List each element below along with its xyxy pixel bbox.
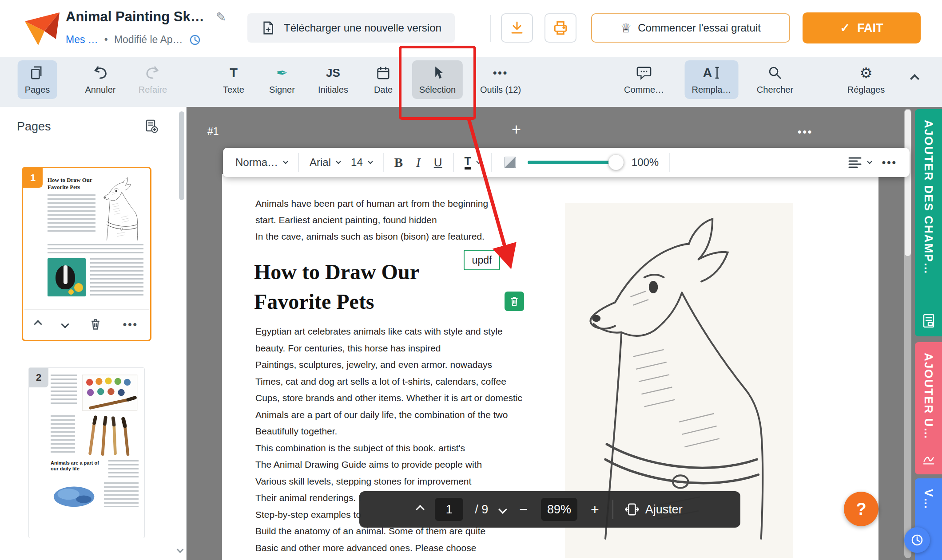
zoom-in-button[interactable]: + — [589, 501, 601, 518]
page-thumbnail-2[interactable]: 2 — [28, 367, 145, 538]
upload-new-version-label: Télécharger une nouvelle version — [284, 22, 441, 34]
previous-page-button[interactable] — [416, 505, 425, 514]
pages-sidebar: Pages 1 How to Draw Our Favorite Pets — [0, 107, 187, 560]
zoom-out-button[interactable]: − — [517, 501, 529, 518]
start-free-trial-button[interactable]: ♕ Commencer l'essai gratuit — [591, 13, 790, 43]
thumbnail-controls: ••• — [24, 309, 149, 339]
fit-page-label: Ajuster — [645, 503, 683, 517]
updf-logo[interactable] — [20, 7, 63, 50]
move-page-down-button[interactable] — [61, 320, 69, 328]
done-button[interactable]: ✓ FAIT — [803, 12, 921, 43]
print-button[interactable] — [545, 13, 576, 43]
comment-bubble-icon — [636, 64, 652, 81]
undo-icon — [92, 64, 108, 81]
header-divider — [490, 15, 491, 42]
page-more-button[interactable]: ••• — [123, 318, 138, 331]
opacity-slider-knob[interactable] — [608, 155, 624, 170]
tool-pages[interactable]: Pages — [18, 60, 57, 99]
document-title: Animal Painting Sk… — [66, 9, 204, 25]
history-sync-button[interactable] — [904, 527, 930, 553]
fit-page-button[interactable]: Ajuster — [625, 502, 683, 517]
tool-initials[interactable]: JS Initiales — [311, 60, 355, 99]
alignment-dropdown[interactable] — [848, 156, 871, 169]
inserted-text-field[interactable]: updf — [464, 250, 500, 270]
help-button[interactable]: ? — [844, 492, 878, 526]
bold-button[interactable]: B — [394, 155, 403, 170]
calendar-icon — [376, 64, 391, 81]
thumbnail-painting — [51, 482, 99, 510]
thumbnail-heading: How to Draw Our Favorite Pets — [48, 177, 96, 191]
main-toolbar: Pages Annuler Refaire T Texte ✒ Signer J… — [0, 57, 942, 107]
thumbnail-preview: How to Draw Our Favorite Pets — [24, 170, 149, 308]
next-page-button[interactable] — [498, 505, 507, 514]
thumbnail-palette — [82, 375, 138, 411]
italic-button[interactable]: I — [413, 155, 423, 170]
more-tools-icon: ••• — [493, 64, 508, 81]
signature-icon — [922, 452, 936, 466]
done-label: FAIT — [857, 21, 883, 35]
thumbnail-photo — [48, 258, 86, 296]
zoom-level-box[interactable]: 89% — [541, 498, 577, 521]
tool-sign[interactable]: ✒ Signer — [262, 60, 302, 99]
underline-button[interactable]: U — [434, 156, 442, 170]
current-page-box[interactable]: 1 — [435, 498, 463, 521]
modified-label: Modifié le Ap… — [114, 34, 183, 46]
text-icon: T — [230, 64, 238, 81]
opacity-icon[interactable] — [503, 155, 517, 170]
pages-icon — [30, 64, 44, 81]
move-page-up-button[interactable] — [34, 320, 42, 328]
crown-icon: ♕ — [620, 21, 632, 35]
upload-new-version-button[interactable]: Télécharger une nouvelle version — [247, 13, 455, 43]
tool-settings[interactable]: ⚙ Réglages — [840, 60, 892, 99]
tool-text[interactable]: T Texte — [216, 60, 251, 99]
delete-page-button[interactable] — [89, 318, 102, 331]
gear-icon: ⚙ — [859, 64, 873, 81]
page-more-options-button[interactable]: ••• — [798, 126, 813, 138]
thumbnail-brushes — [79, 415, 139, 456]
intro-paragraph: Animals have been part of human art from… — [255, 195, 488, 245]
more-format-options-button[interactable]: ••• — [882, 156, 897, 169]
tool-undo[interactable]: Annuler — [78, 60, 123, 99]
separator-dot: • — [104, 34, 108, 46]
page-total-label: / 9 — [475, 503, 488, 517]
delete-field-button[interactable] — [505, 292, 524, 311]
page-thumbnail-1[interactable]: 1 How to Draw Our Favorite Pets — [22, 167, 151, 341]
cursor-icon — [431, 64, 444, 81]
thumbnail-caption: Animals are a part of our daily life — [51, 460, 104, 478]
tool-date[interactable]: Date — [367, 60, 400, 99]
page-options-icon[interactable] — [143, 118, 159, 134]
check-icon: ✓ — [840, 21, 850, 35]
tool-redo[interactable]: Refaire — [131, 60, 174, 99]
collapse-toolbar-button[interactable] — [911, 75, 918, 84]
sidebar-scroll-down-icon[interactable] — [178, 546, 183, 554]
tool-select[interactable]: Sélection — [412, 60, 463, 99]
tool-search[interactable]: Chercher — [750, 60, 800, 99]
page-number-badge: 2 — [29, 368, 48, 387]
text-format-toolbar: Norma… Arial 14 B I U T 100% — [223, 148, 910, 177]
tool-tools[interactable]: ••• Outils (12) — [473, 60, 528, 99]
sidebar-scrollbar[interactable] — [179, 111, 184, 200]
history-clock-icon — [189, 34, 201, 46]
tool-comment[interactable]: Comme… — [617, 60, 671, 99]
thumbnail-dog-sketch — [101, 177, 142, 241]
thumbnail-preview: Animals are a part of our daily life — [29, 368, 144, 537]
pdf-editor-app: Animal Painting Sk… ✎ Mes … • Modifié le… — [0, 0, 942, 560]
tool-replace[interactable]: A Rempla… — [685, 60, 739, 99]
replace-text-icon: A — [703, 64, 720, 81]
initials-icon: JS — [326, 64, 340, 81]
text-color-dropdown[interactable]: T — [465, 155, 481, 169]
font-family-dropdown[interactable]: Arial — [310, 156, 340, 169]
add-page-button[interactable]: + — [512, 120, 521, 139]
edit-title-icon[interactable]: ✎ — [216, 10, 226, 24]
document-scrollbar-thumb[interactable] — [905, 110, 911, 256]
paragraph-style-dropdown[interactable]: Norma… — [235, 156, 287, 169]
redo-icon — [145, 64, 161, 81]
font-size-dropdown[interactable]: 14 — [351, 156, 372, 169]
add-form-fields-tab[interactable]: AJOUTER DES CHAMP… — [915, 109, 942, 336]
page-heading: How to Draw Our Favorite Pets — [254, 257, 419, 316]
opacity-slider[interactable] — [528, 161, 621, 164]
breadcrumb-link[interactable]: Mes … — [66, 34, 98, 46]
download-button[interactable] — [501, 13, 533, 43]
page-index-label: #1 — [207, 126, 219, 138]
add-signature-tab[interactable]: AJOUTER U… — [915, 342, 942, 474]
